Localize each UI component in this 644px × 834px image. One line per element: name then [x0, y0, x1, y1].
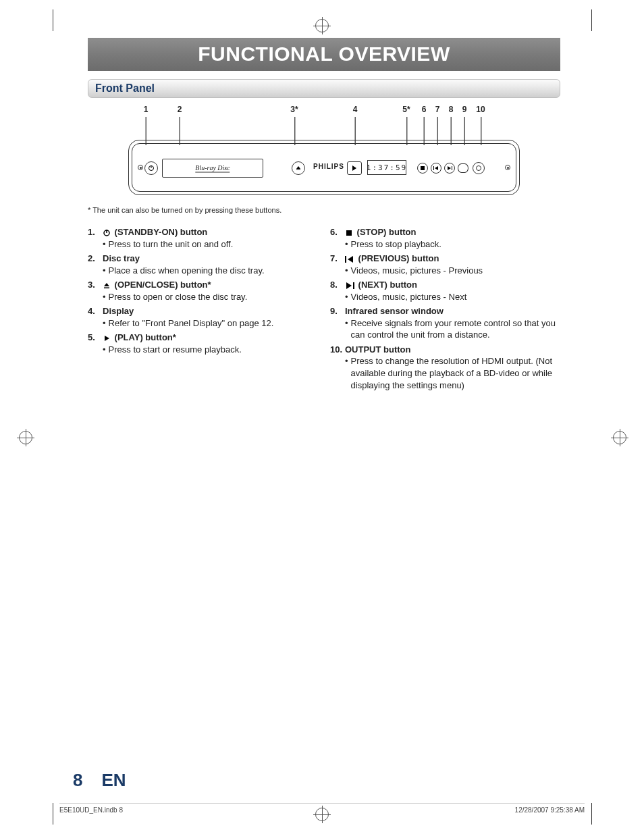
- printer-footer: E5E10UD_EN.indb 8 12/28/2007 9:25:38 AM: [59, 803, 585, 814]
- section-heading: Front Panel: [88, 79, 560, 98]
- play-icon: [103, 332, 112, 342]
- callout-10: 10: [476, 105, 485, 114]
- callout-9: 9: [462, 105, 467, 114]
- left-column: 1. (STANDBY-ON) buttonPress to turn the …: [88, 224, 318, 391]
- item-number: 2.: [88, 253, 103, 276]
- list-item: 4. DisplayRefer to "Front Panel Display"…: [88, 305, 318, 329]
- language-code: EN: [101, 770, 126, 791]
- print-file: E5E10UD_EN.indb 8: [59, 806, 123, 814]
- power-icon: [103, 227, 112, 237]
- list-item: 3. (OPEN/CLOSE) button*Press to open or …: [88, 279, 318, 303]
- crop-mark: [53, 803, 53, 825]
- callout-2: 2: [178, 105, 182, 114]
- description-columns: 1. (STANDBY-ON) buttonPress to turn the …: [88, 224, 560, 391]
- item-label: (PLAY) button*: [103, 332, 318, 344]
- front-panel-diagram: 1 2 3* 4 5* 6 7 8 9 10 Blu-ray Disc: [88, 105, 560, 195]
- svg-rect-15: [346, 230, 352, 236]
- screw-icon: [505, 165, 510, 170]
- svg-marker-8: [448, 166, 451, 170]
- crop-mark: [591, 9, 592, 31]
- page-title: FUNCTIONAL OVERVIEW: [88, 38, 560, 71]
- ir-sensor-icon: [458, 163, 468, 173]
- registration-mark-icon: [613, 431, 626, 444]
- item-label: (PREVIOUS) button: [345, 253, 560, 265]
- item-body: OUTPUT buttonPress to change the resolut…: [345, 344, 560, 391]
- item-number: 9.: [330, 305, 345, 341]
- callout-5: 5*: [402, 105, 410, 114]
- item-number: 6.: [330, 226, 345, 250]
- svg-marker-17: [348, 256, 353, 263]
- list-item: 10. OUTPUT buttonPress to change the res…: [330, 344, 560, 391]
- svg-rect-9: [452, 166, 452, 170]
- display-readout: 1:37:59: [367, 160, 406, 175]
- callout-6: 6: [422, 105, 427, 114]
- bluray-logo: Blu-ray Disc: [195, 164, 230, 173]
- item-body: Disc trayPlace a disc when opening the d…: [103, 253, 318, 276]
- device-outline: Blu-ray Disc PHILIPS 1:37:59: [128, 140, 520, 195]
- next-icon: [345, 280, 356, 290]
- svg-marker-2: [296, 166, 300, 169]
- item-description: Refer to "Front Panel Display" on page 1…: [103, 317, 318, 330]
- list-item: 5. (PLAY) button*Press to start or resum…: [88, 332, 318, 355]
- item-description: Press to open or close the disc tray.: [103, 291, 318, 303]
- print-date: 12/28/2007 9:25:38 AM: [515, 806, 585, 814]
- svg-marker-18: [346, 282, 352, 289]
- list-item: 7. (PREVIOUS) buttonVideos, music, pictu…: [330, 253, 560, 276]
- item-body: (STOP) buttonPress to stop playback.: [345, 226, 560, 250]
- svg-marker-7: [435, 166, 438, 170]
- item-description: Press to change the resolution of HDMI o…: [345, 355, 560, 391]
- disc-tray: Blu-ray Disc: [162, 159, 263, 178]
- svg-rect-5: [421, 166, 425, 170]
- item-body: Infrared sensor windowReceive signals fr…: [345, 305, 560, 341]
- item-description: Place a disc when opening the disc tray.: [103, 265, 318, 277]
- next-button-icon: [444, 163, 455, 174]
- output-button-icon: [473, 162, 485, 174]
- item-body: (OPEN/CLOSE) button*Press to open or clo…: [103, 279, 318, 303]
- list-item: 1. (STANDBY-ON) buttonPress to turn the …: [88, 226, 318, 250]
- list-item: 8. (NEXT) buttonVideos, music, pictures …: [330, 279, 560, 303]
- svg-rect-6: [433, 166, 434, 170]
- item-number: 10.: [330, 344, 345, 391]
- eject-icon: [103, 280, 112, 290]
- item-number: 1.: [88, 226, 103, 250]
- callout-1: 1: [144, 105, 149, 114]
- item-label: Infrared sensor window: [345, 305, 560, 317]
- callout-row: 1 2 3* 4 5* 6 7 8 9 10: [128, 105, 520, 140]
- brand-label: PHILIPS: [313, 163, 344, 170]
- item-description: Press to turn the unit on and off.: [103, 238, 318, 251]
- item-label: OUTPUT button: [345, 344, 560, 356]
- item-number: 4.: [88, 305, 103, 329]
- item-description: Press to stop playback.: [345, 238, 560, 251]
- item-label: (NEXT) button: [345, 279, 560, 291]
- previous-button-icon: [431, 163, 441, 174]
- page-footer: 8 EN: [73, 770, 126, 791]
- item-label: Display: [103, 305, 318, 317]
- page-number: 8: [73, 770, 82, 791]
- item-number: 5.: [88, 332, 103, 355]
- callout-4: 4: [353, 105, 358, 114]
- item-description: Videos, music, pictures - Previous: [345, 265, 560, 277]
- item-body: DisplayRefer to "Front Panel Display" on…: [103, 305, 318, 329]
- svg-marker-14: [105, 336, 109, 341]
- item-description: Videos, music, pictures - Next: [345, 291, 560, 303]
- screw-icon: [138, 165, 143, 170]
- item-body: (PLAY) button*Press to start or resume p…: [103, 332, 318, 355]
- svg-rect-13: [104, 287, 109, 288]
- registration-mark-icon: [315, 19, 329, 32]
- item-label: Disc tray: [103, 253, 318, 265]
- list-item: 2. Disc trayPlace a disc when opening th…: [88, 253, 318, 276]
- item-body: (PREVIOUS) buttonVideos, music, pictures…: [345, 253, 560, 276]
- footnote: * The unit can also be turned on by pres…: [88, 206, 560, 214]
- crop-mark: [591, 803, 592, 825]
- stop-icon: [345, 227, 354, 237]
- item-number: 3.: [88, 279, 103, 303]
- svg-rect-16: [345, 256, 346, 263]
- callout-8: 8: [449, 105, 454, 114]
- callout-7: 7: [435, 105, 440, 114]
- right-column: 6. (STOP) buttonPress to stop playback.7…: [330, 224, 560, 391]
- svg-marker-4: [352, 165, 356, 171]
- prev-icon: [345, 253, 356, 263]
- callout-3: 3*: [290, 105, 298, 114]
- svg-marker-12: [104, 283, 109, 286]
- list-item: 6. (STOP) buttonPress to stop playback.: [330, 226, 560, 250]
